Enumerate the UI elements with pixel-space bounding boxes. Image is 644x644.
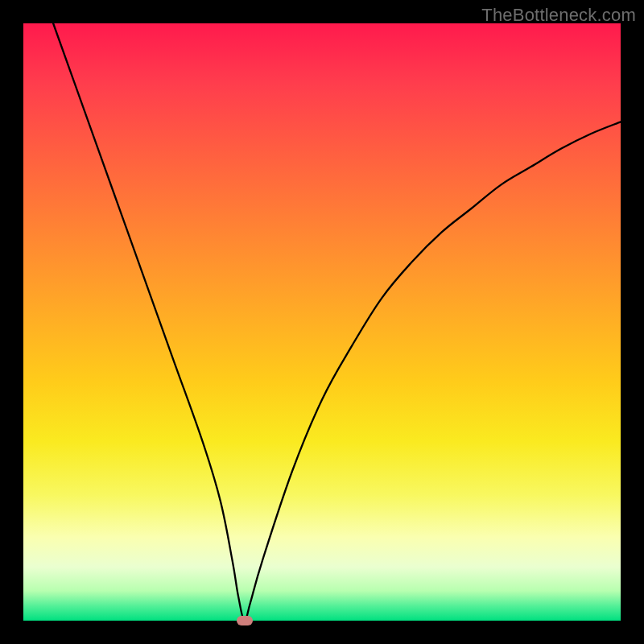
bottleneck-curve xyxy=(53,23,621,621)
curve-layer xyxy=(23,23,621,621)
optimum-marker xyxy=(237,616,253,625)
plot-area xyxy=(23,23,621,621)
chart-frame: TheBottleneck.com xyxy=(0,0,644,644)
watermark-text: TheBottleneck.com xyxy=(481,5,636,26)
